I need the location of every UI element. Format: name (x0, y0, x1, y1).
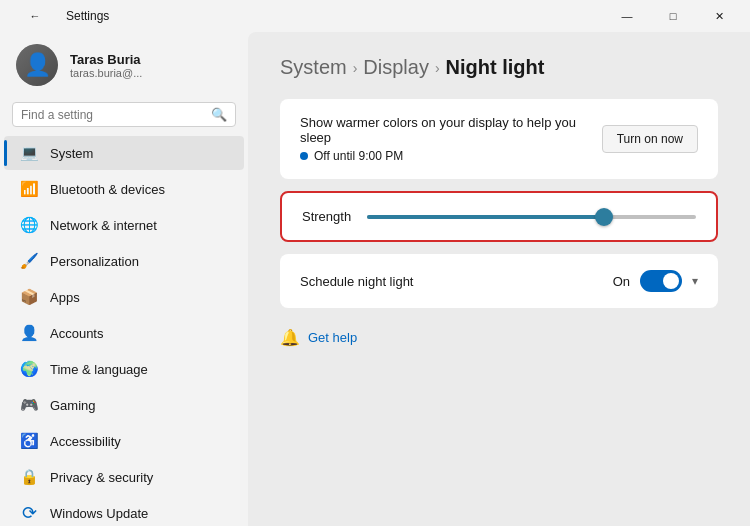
nav-label-accounts: Accounts (50, 326, 103, 341)
accounts-icon: 👤 (20, 324, 38, 342)
toggle-thumb (663, 273, 679, 289)
search-container: 🔍 (0, 98, 248, 135)
help-icon: 🔔 (280, 328, 300, 347)
nav-label-windows-update: Windows Update (50, 506, 148, 521)
avatar: 👤 (16, 44, 58, 86)
schedule-card: Schedule night light On ▾ (280, 254, 718, 308)
nav-label-system: System (50, 146, 93, 161)
strength-row: Strength (302, 209, 696, 224)
night-light-status: Off until 9:00 PM (300, 149, 602, 163)
back-button[interactable]: ← (12, 0, 58, 32)
nav-label-bluetooth: Bluetooth & devices (50, 182, 165, 197)
nav-label-gaming: Gaming (50, 398, 96, 413)
slider-thumb[interactable] (595, 208, 613, 226)
titlebar-controls: — □ ✕ (604, 0, 742, 32)
personalization-icon: 🖌️ (20, 252, 38, 270)
user-email: taras.buria@... (70, 67, 142, 79)
search-box[interactable]: 🔍 (12, 102, 236, 127)
breadcrumb-part2: Display (363, 56, 429, 79)
night-light-header-card: Show warmer colors on your display to he… (280, 99, 718, 179)
avatar-image: 👤 (16, 44, 58, 86)
titlebar-title: Settings (66, 9, 109, 23)
nav-item-windows-update[interactable]: ⟳ Windows Update (4, 496, 244, 526)
user-profile[interactable]: 👤 Taras Buria taras.buria@... (0, 32, 248, 98)
app-container: 👤 Taras Buria taras.buria@... 🔍 💻 System… (0, 32, 750, 526)
breadcrumb: System › Display › Night light (280, 56, 718, 79)
help-section: 🔔 Get help (280, 320, 718, 355)
schedule-on-text: On (613, 274, 630, 289)
accessibility-icon: ♿ (20, 432, 38, 450)
nav-label-accessibility: Accessibility (50, 434, 121, 449)
main-content: System › Display › Night light Show warm… (248, 32, 750, 526)
slider-track[interactable] (367, 215, 696, 219)
strength-card: Strength (280, 191, 718, 242)
nav-item-gaming[interactable]: 🎮 Gaming (4, 388, 244, 422)
nav-item-time[interactable]: 🌍 Time & language (4, 352, 244, 386)
bluetooth-icon: 📶 (20, 180, 38, 198)
schedule-right: On ▾ (613, 270, 698, 292)
user-info: Taras Buria taras.buria@... (70, 52, 142, 79)
nav-item-accessibility[interactable]: ♿ Accessibility (4, 424, 244, 458)
schedule-toggle[interactable] (640, 270, 682, 292)
network-icon: 🌐 (20, 216, 38, 234)
nav-item-privacy[interactable]: 🔒 Privacy & security (4, 460, 244, 494)
nav-label-personalization: Personalization (50, 254, 139, 269)
nav-label-privacy: Privacy & security (50, 470, 153, 485)
nav-item-accounts[interactable]: 👤 Accounts (4, 316, 244, 350)
sidebar: 👤 Taras Buria taras.buria@... 🔍 💻 System… (0, 32, 248, 526)
strength-label: Strength (302, 209, 351, 224)
search-input[interactable] (21, 108, 205, 122)
night-light-description: Show warmer colors on your display to he… (300, 115, 602, 145)
nav-label-apps: Apps (50, 290, 80, 305)
time-icon: 🌍 (20, 360, 38, 378)
nav-item-bluetooth[interactable]: 📶 Bluetooth & devices (4, 172, 244, 206)
status-dot (300, 152, 308, 160)
nav-label-network: Network & internet (50, 218, 157, 233)
system-icon: 💻 (20, 144, 38, 162)
get-help-link[interactable]: Get help (308, 330, 357, 345)
search-icon: 🔍 (211, 107, 227, 122)
nav-item-system[interactable]: 💻 System (4, 136, 244, 170)
apps-icon: 📦 (20, 288, 38, 306)
avatar-icon: 👤 (24, 52, 51, 78)
turn-on-button[interactable]: Turn on now (602, 125, 698, 153)
nav-item-network[interactable]: 🌐 Network & internet (4, 208, 244, 242)
breadcrumb-current: Night light (446, 56, 545, 79)
breadcrumb-part1: System (280, 56, 347, 79)
status-text: Off until 9:00 PM (314, 149, 403, 163)
nav-label-time: Time & language (50, 362, 148, 377)
breadcrumb-sep1: › (353, 60, 358, 76)
nav-item-personalization[interactable]: 🖌️ Personalization (4, 244, 244, 278)
maximize-button[interactable]: □ (650, 0, 696, 32)
night-light-info: Show warmer colors on your display to he… (300, 115, 602, 163)
close-button[interactable]: ✕ (696, 0, 742, 32)
user-name: Taras Buria (70, 52, 142, 67)
nav-item-apps[interactable]: 📦 Apps (4, 280, 244, 314)
titlebar-left: ← Settings (12, 0, 109, 32)
breadcrumb-sep2: › (435, 60, 440, 76)
titlebar: ← Settings — □ ✕ (0, 0, 750, 32)
schedule-label: Schedule night light (300, 274, 413, 289)
gaming-icon: 🎮 (20, 396, 38, 414)
slider-fill (367, 215, 604, 219)
windows-update-icon: ⟳ (20, 504, 38, 522)
privacy-icon: 🔒 (20, 468, 38, 486)
minimize-button[interactable]: — (604, 0, 650, 32)
schedule-chevron-icon[interactable]: ▾ (692, 274, 698, 288)
slider-container (367, 215, 696, 219)
